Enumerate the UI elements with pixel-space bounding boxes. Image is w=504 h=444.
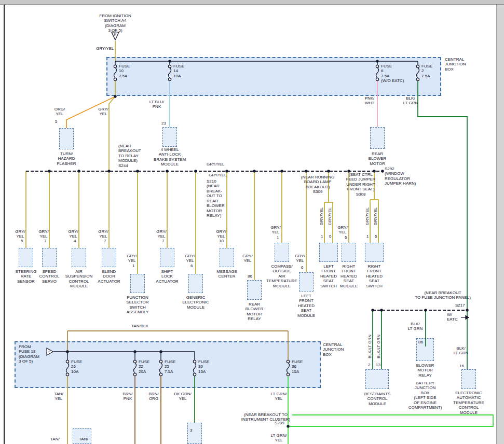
label-fuse-26-10a: FUSE 26 10A [71, 359, 82, 374]
label-6: 6 [190, 263, 193, 268]
label-4: 4 [74, 239, 76, 243]
label-layer: FROM IGNITION SWITCH A4 (DIAGRAM 3 OF 5)… [0, 0, 504, 444]
label-brn-pnk: BRN/ PNK [122, 392, 132, 401]
label-gry-yel: GRY/ YEL [127, 254, 137, 263]
label-1: 1 [321, 234, 323, 239]
label-lt-grn-yel: LT GRN/ YEL [271, 392, 287, 401]
label-tan: TAN/ [50, 437, 60, 441]
label-fuse-36-15a: FUSE 36 15A [292, 359, 303, 374]
window-left-border [4, 5, 5, 444]
label-brn-org: BRN/ ORG [148, 392, 158, 401]
label-steering-rate-sensor: STEERING RATE SENSOR [16, 269, 37, 284]
label-dk-grn-yel: DK GRN/ YEL [174, 392, 191, 401]
label-rear-blower-motor: REAR BLOWER MOTOR [369, 151, 387, 166]
label-gry-yel: GRY/YEL [365, 207, 370, 226]
label-6: 6 [345, 235, 347, 240]
label-gry-yel: GRY/ YEL [185, 254, 195, 263]
label-1: 1 [366, 234, 369, 239]
label-1: 1 [277, 235, 279, 240]
label-6: 6 [301, 265, 303, 270]
label-13: 13 [376, 363, 380, 367]
label-compass-outside-air-temperature-mo: COMPASS/ OUTSIDE AIR TEMPERATURE MODULE [266, 264, 297, 288]
label-j: J [48, 349, 50, 353]
label-fuse-2-7-5a: FUSE 2 7.5A [421, 64, 432, 78]
label-gry-yel: GRY/YEL [373, 207, 378, 226]
label-1: 1 [132, 263, 134, 268]
label-fuse-30-15a: FUSE 30 15A [198, 359, 209, 374]
label-gry-yel: GRY/ YEL [156, 229, 166, 239]
label-w-eatc: W/ EATC [447, 312, 458, 322]
label-restraints-control-module: RESTRAINTS CONTROL MODULE [364, 392, 391, 406]
label-gry-yel: GRY/ YEL [270, 225, 280, 235]
label-10: 10 [219, 239, 224, 243]
label-lt-blu-pnk: LT BLU/ PNK [149, 100, 165, 109]
label-gry-yel: GRY/YEL [207, 162, 225, 166]
label-battery-junction-box-left-side-of-: BATTERY JUNCTION BOX (LEFT SIDE OF ENGIN… [408, 381, 442, 410]
label-pnk-wht: PNK/ WHT [365, 96, 375, 106]
label-near-breakout-to-relay-module-s244: (NEAR BREAKOUT TO RELAY MODULE) S244 [118, 144, 141, 168]
label-left-front-heated-seat-module: LEFT FRONT HEATED SEAT MODULE [297, 294, 315, 318]
label-gry-yel: GRY/ YEL [295, 254, 305, 263]
label-2: 2 [368, 363, 370, 367]
label-function-selector-switch-assembly: FUNCTION SELECTOR SWITCH ASSEMBLY [127, 295, 149, 315]
label-fuse-25-7-5a: FUSE 25 7.5A [165, 359, 175, 374]
label-message-center: MESSAGE CENTER [216, 269, 237, 279]
label-s210-near-break-out-to-rear-blower: S210 (NEAR BREAK- OUT TO REAR BLOWER MOT… [207, 179, 225, 218]
label-gry-yel: GRY/YEL [96, 46, 114, 51]
label-3: 3 [190, 428, 192, 433]
label-5: 5 [55, 119, 57, 124]
label-7: 7 [44, 239, 46, 243]
label-from-fuse-18-diagram-3-of-5: FROM FUSE 18 (DIAGRAM 3 OF 5) [19, 344, 39, 364]
window-top-edge [0, 0, 504, 5]
label-fuse-22-20a: FUSE 22 20A [139, 359, 149, 374]
label-7: 7 [162, 239, 164, 243]
label-s292-window-regulator-jumper-harn: S292 (WINDOW REGULATOR JUMPER HARN) [385, 166, 416, 186]
label-blk-lt-grn: BLK/ LT GRN [403, 96, 418, 106]
label-right-front-heated-seat-switch: RIGHT FRONT HEATED SEAT SWITCH [366, 264, 383, 288]
label-16: 16 [459, 364, 464, 368]
label-blk-lt-grn: BLK/ LT GRN [408, 322, 423, 331]
label-electronic-automatic-temperature-c: ELECTRONIC AUTOMATIC TEMPERATURE CONTROL… [453, 391, 484, 415]
label-6: 6 [375, 234, 377, 239]
label-lt-grn-yel: LT GRN/ YEL [271, 433, 287, 443]
label-central-junction-box: CENTRAL JUNCTION BOX [323, 342, 344, 357]
label-blend-door-actuator: BLEND DOOR ACTUATOR [98, 269, 120, 284]
label-86: 86 [248, 274, 252, 279]
label-gry-yel: GRY/ YEL [15, 229, 25, 239]
label-gry-yel: GRY/ YEL [68, 229, 78, 239]
label-right-front-heated-seat-module: RIGHT FRONT HEATED SEAT MODULE [340, 264, 358, 288]
label-fuse-6-7-5a-w-o-eatc: FUSE 6 7.5A (W/O EATC) [381, 64, 404, 84]
label-left-front-heated-seat-switch: LEFT FRONT HEATED SEAT SWITCH [320, 264, 337, 288]
label-blk-lt-grn: BLK/ LT GRN [454, 346, 469, 356]
label-4-wheel-anti-lock-brake-system-mod: 4 WHEEL ANTI-LOCK BRAKE SYSTEM MODULE [154, 147, 186, 167]
label-turn-hazard-flasher: TURN/ HAZARD FLASHER [57, 151, 76, 166]
label-gry-yel: GRY/YEL [319, 207, 324, 226]
label-gry-yel: GRY/YEL [328, 207, 332, 226]
label-gry-yel: GRY/ YEL [242, 254, 252, 263]
label-k: K [114, 33, 117, 37]
label-tan-blk: TAN/BLK [131, 324, 148, 328]
label-blk-lt-grn: BLK/LT GRN [376, 335, 381, 358]
label-gry-yel: GRY/ YEL [337, 225, 347, 235]
label-gry-yel: GRY/ YEL [38, 229, 48, 239]
label-s209: S209 [275, 421, 284, 425]
label-s217: S217 [455, 303, 465, 308]
label-generic-electronic-module: GENERIC ELECTRONIC MODULE [182, 295, 209, 310]
label-86: 86 [418, 340, 423, 344]
label-shift-lock-actuator: SHIFT LOCK ACTUATOR [156, 269, 178, 284]
label-23: 23 [161, 121, 166, 126]
label-near-breakout-to-fuse-junction-pan: (NEAR BREAKOUT TO FUSE JUNCTION PANEL) [415, 290, 471, 300]
label-fuse-14-10a: FUSE 14 10A [173, 64, 184, 78]
label-tan-yel: TAN/ YEL [54, 392, 63, 401]
label-5: 5 [21, 239, 23, 243]
wiring-diagram-canvas: FROM IGNITION SWITCH A4 (DIAGRAM 3 OF 5)… [0, 0, 504, 444]
label-rear-blower-motor-relay: REAR BLOWER MOTOR RELAY [246, 302, 264, 322]
label-gry-yel: GRY/ YEL [216, 229, 226, 239]
label-from-ignition-switch-a4-diagram-3-: FROM IGNITION SWITCH A4 (DIAGRAM 3 OF 5) [99, 13, 131, 33]
label-gry-yel: GRY/ YEL [98, 229, 108, 239]
label-blower-motor-relay: BLOWER MOTOR RELAY [416, 363, 434, 378]
scrollbar-track[interactable] [496, 5, 504, 444]
label-blk-lt-grn: BLK/LT GRN [367, 335, 372, 358]
label-air-suspension-control-module: AIR SUSPENSION CONTROL MODULE [65, 269, 92, 289]
label-tan: TAN/ [79, 437, 88, 441]
